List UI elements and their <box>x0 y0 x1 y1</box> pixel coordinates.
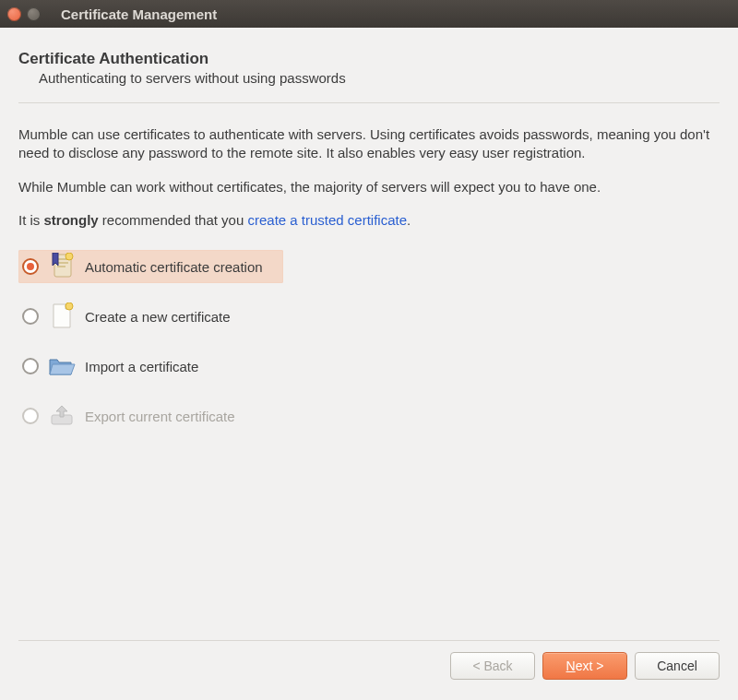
text: It is <box>18 212 44 228</box>
minimize-icon[interactable] <box>27 7 41 21</box>
description-paragraph-2: While Mumble can work without certificat… <box>18 178 720 196</box>
options-group: Automatic certificate creation Create a … <box>18 250 720 433</box>
text: recommended that you <box>99 212 248 228</box>
svg-point-4 <box>65 253 73 260</box>
option-import-certificate[interactable]: Import a certificate <box>18 350 720 383</box>
header-divider <box>18 102 720 103</box>
window-title: Certificate Management <box>61 6 217 22</box>
text-strong: strongly <box>44 212 99 228</box>
option-label: Automatic certificate creation <box>85 259 263 275</box>
option-label: Create a new certificate <box>85 309 231 325</box>
option-automatic-creation[interactable]: Automatic certificate creation <box>18 250 283 283</box>
radio-automatic-creation[interactable] <box>22 258 39 275</box>
option-label: Export current certificate <box>85 409 235 424</box>
option-label: Import a certificate <box>85 359 198 374</box>
wizard-footer: < Back Next > Cancel <box>18 652 720 685</box>
window-controls <box>7 7 41 21</box>
text: . <box>407 212 411 228</box>
page-header: Certificate Authentication Authenticatin… <box>18 50 720 86</box>
ribbon-document-icon <box>48 253 76 280</box>
create-trusted-certificate-link[interactable]: create a trusted certificate <box>247 212 407 228</box>
wizard-content: Certificate Authentication Authenticatin… <box>0 28 738 700</box>
page-subtitle: Authenticating to servers without using … <box>39 70 720 86</box>
page-title: Certificate Authentication <box>18 50 720 68</box>
text: ext > <box>576 658 604 673</box>
footer-divider <box>18 640 720 641</box>
export-icon <box>48 402 76 430</box>
spacer <box>18 433 720 640</box>
svg-point-5 <box>65 303 73 310</box>
new-document-icon <box>48 303 76 330</box>
description-paragraph-3: It is strongly recommended that you crea… <box>18 211 720 230</box>
description-block: Mumble can use certificates to authentic… <box>18 125 720 244</box>
radio-create-certificate[interactable] <box>22 308 39 325</box>
titlebar: Certificate Management <box>0 0 738 28</box>
svg-rect-2 <box>57 262 68 264</box>
radio-export-certificate <box>22 408 39 424</box>
radio-import-certificate[interactable] <box>22 358 39 374</box>
option-create-certificate[interactable]: Create a new certificate <box>18 300 720 333</box>
close-icon[interactable] <box>7 7 21 21</box>
accesskey-letter: N <box>566 658 576 673</box>
option-export-certificate: Export current certificate <box>18 399 720 433</box>
next-button[interactable]: Next > <box>542 652 627 680</box>
description-paragraph-1: Mumble can use certificates to authentic… <box>18 125 720 163</box>
back-button: < Back <box>450 652 535 680</box>
cancel-button[interactable]: Cancel <box>635 652 720 680</box>
folder-open-icon <box>48 352 76 380</box>
